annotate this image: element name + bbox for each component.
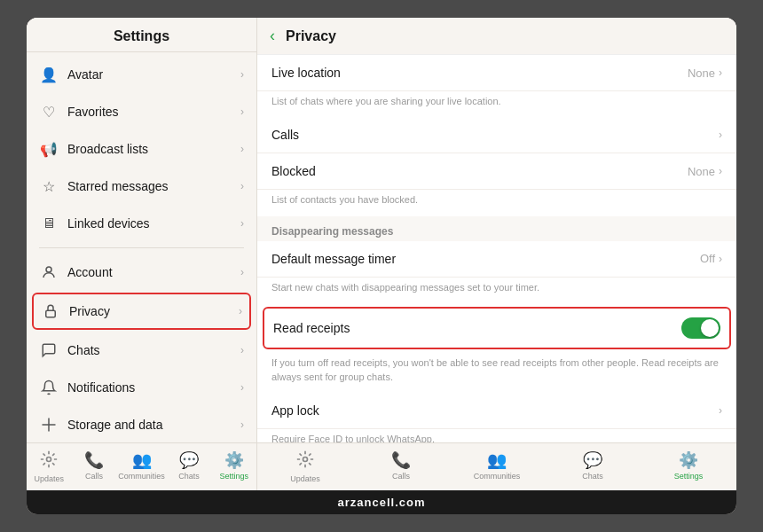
menu-item-storage[interactable]: Storage and data › bbox=[27, 406, 256, 442]
phone-content: Settings 👤 Avatar › ♡ Favorites › 📢 Broa… bbox=[27, 18, 736, 490]
right-tab-communities[interactable]: 👥 Communities bbox=[449, 447, 545, 487]
privacy-default-timer[interactable]: Default message timer Off › bbox=[257, 241, 736, 278]
left-tab-calls-label: Calls bbox=[85, 472, 103, 481]
default-timer-label: Default message timer bbox=[271, 252, 700, 266]
left-tab-communities[interactable]: 👥 Communities bbox=[116, 447, 167, 487]
menu-label-storage: Storage and data bbox=[67, 418, 240, 432]
app-frame: Settings 👤 Avatar › ♡ Favorites › 📢 Broa… bbox=[27, 18, 736, 514]
chats-tab-icon: 💬 bbox=[179, 450, 199, 470]
starred-icon: ☆ bbox=[39, 176, 59, 196]
menu-item-avatar[interactable]: 👤 Avatar › bbox=[27, 56, 256, 93]
calls-chevron: › bbox=[719, 129, 722, 141]
right-panel: ‹ Privacy Live location None › List of c… bbox=[257, 18, 736, 490]
divider-1 bbox=[39, 247, 244, 248]
menu-label-broadcast: Broadcast lists bbox=[67, 142, 240, 156]
menu-label-favorites: Favorites bbox=[67, 105, 240, 119]
right-tab-calls[interactable]: 📞 Calls bbox=[353, 447, 449, 487]
settings-header: Settings bbox=[27, 18, 256, 52]
chevron-linked: › bbox=[240, 217, 244, 230]
default-timer-value: Off bbox=[700, 252, 715, 265]
menu-item-chats[interactable]: Chats › bbox=[27, 332, 256, 369]
menu-label-privacy: Privacy bbox=[69, 304, 239, 318]
right-settings-icon: ⚙️ bbox=[679, 450, 698, 470]
privacy-live-location[interactable]: Live location None › bbox=[257, 55, 736, 91]
left-tab-bar: Updates 📞 Calls 👥 Communities 💬 Chats ⚙️… bbox=[27, 442, 256, 490]
left-tab-chats-label: Chats bbox=[178, 472, 200, 481]
default-timer-chevron: › bbox=[719, 253, 722, 265]
chevron-notifications: › bbox=[240, 381, 244, 394]
notifications-icon bbox=[39, 378, 59, 397]
app-lock-label: App lock bbox=[271, 403, 719, 418]
blocked-value: None bbox=[688, 165, 715, 178]
chevron-privacy: › bbox=[239, 305, 242, 317]
blocked-sub: List of contacts you have blocked. bbox=[257, 190, 736, 215]
privacy-icon bbox=[41, 301, 60, 321]
right-tab-communities-label: Communities bbox=[474, 472, 521, 481]
right-chats-icon: 💬 bbox=[583, 450, 602, 470]
linked-icon: 🖥 bbox=[39, 214, 59, 233]
right-tab-chats-label: Chats bbox=[582, 472, 603, 481]
read-receipts-sub: If you turn off read receipts, you won't… bbox=[257, 353, 736, 393]
blocked-chevron: › bbox=[719, 165, 722, 177]
calls-tab-icon: 📞 bbox=[84, 450, 104, 470]
privacy-blocked[interactable]: Blocked None › bbox=[257, 153, 736, 190]
read-receipts-label: Read receipts bbox=[273, 321, 681, 335]
svg-point-0 bbox=[46, 267, 51, 272]
svg-point-2 bbox=[47, 458, 51, 462]
chevron-storage: › bbox=[240, 419, 244, 431]
right-title: Privacy bbox=[286, 28, 336, 44]
calls-label: Calls bbox=[271, 128, 719, 142]
privacy-content: Live location None › List of chats where… bbox=[257, 55, 736, 442]
right-tab-settings[interactable]: ⚙️ Settings bbox=[641, 447, 736, 487]
app-lock-sub: Require Face ID to unlock WhatsApp. bbox=[257, 429, 736, 442]
live-location-value: None bbox=[688, 66, 715, 80]
svg-rect-1 bbox=[46, 310, 56, 317]
menu-item-linked[interactable]: 🖥 Linked devices › bbox=[27, 205, 256, 242]
left-tab-chats[interactable]: 💬 Chats bbox=[167, 447, 212, 487]
favorites-icon: ♡ bbox=[39, 102, 59, 121]
left-tab-settings[interactable]: ⚙️ Settings bbox=[211, 447, 256, 487]
back-button[interactable]: ‹ bbox=[270, 27, 275, 45]
menu-item-broadcast[interactable]: 📢 Broadcast lists › bbox=[27, 130, 256, 168]
right-header: ‹ Privacy bbox=[257, 18, 736, 55]
menu-item-account[interactable]: Account › bbox=[27, 254, 256, 291]
menu-label-avatar: Avatar bbox=[67, 67, 240, 82]
right-calls-icon: 📞 bbox=[391, 450, 411, 470]
left-tab-updates[interactable]: Updates bbox=[27, 447, 72, 487]
menu-item-privacy[interactable]: Privacy › bbox=[32, 293, 251, 330]
avatar-icon: 👤 bbox=[39, 65, 59, 84]
chevron-broadcast: › bbox=[240, 143, 244, 155]
chevron-avatar: › bbox=[240, 68, 244, 81]
chevron-account: › bbox=[240, 266, 244, 278]
live-location-label: Live location bbox=[271, 66, 688, 80]
live-location-chevron: › bbox=[719, 66, 722, 79]
menu-item-notifications[interactable]: Notifications › bbox=[27, 369, 256, 406]
menu-item-starred[interactable]: ☆ Starred messages › bbox=[27, 168, 256, 205]
settings-tab-icon: ⚙️ bbox=[224, 450, 244, 470]
privacy-app-lock[interactable]: App lock › bbox=[257, 393, 736, 429]
chevron-chats: › bbox=[240, 344, 244, 356]
read-receipts-toggle[interactable] bbox=[681, 317, 720, 339]
right-tab-chats[interactable]: 💬 Chats bbox=[545, 447, 641, 487]
right-tab-updates[interactable]: Updates bbox=[257, 447, 353, 487]
left-tab-settings-label: Settings bbox=[219, 472, 248, 481]
privacy-calls[interactable]: Calls › bbox=[257, 117, 736, 153]
blocked-label: Blocked bbox=[271, 164, 688, 178]
app-lock-chevron: › bbox=[719, 404, 722, 417]
updates-tab-icon bbox=[40, 450, 58, 473]
menu-label-chats: Chats bbox=[67, 343, 240, 357]
privacy-read-receipts[interactable]: Read receipts bbox=[263, 307, 731, 349]
right-communities-icon: 👥 bbox=[487, 450, 507, 470]
broadcast-icon: 📢 bbox=[39, 139, 59, 159]
right-updates-icon bbox=[296, 450, 314, 473]
left-tab-calls[interactable]: 📞 Calls bbox=[72, 447, 117, 487]
menu-label-linked: Linked devices bbox=[67, 216, 240, 231]
left-menu: 👤 Avatar › ♡ Favorites › 📢 Broadcast lis… bbox=[27, 52, 256, 442]
menu-item-favorites[interactable]: ♡ Favorites › bbox=[27, 93, 256, 130]
right-tab-bar: Updates 📞 Calls 👥 Communities 💬 Chats ⚙️… bbox=[257, 442, 736, 490]
left-panel: Settings 👤 Avatar › ♡ Favorites › 📢 Broa… bbox=[27, 18, 257, 490]
chevron-favorites: › bbox=[240, 106, 244, 118]
menu-label-notifications: Notifications bbox=[67, 380, 240, 395]
chevron-starred: › bbox=[240, 180, 244, 192]
communities-tab-icon: 👥 bbox=[132, 450, 152, 470]
